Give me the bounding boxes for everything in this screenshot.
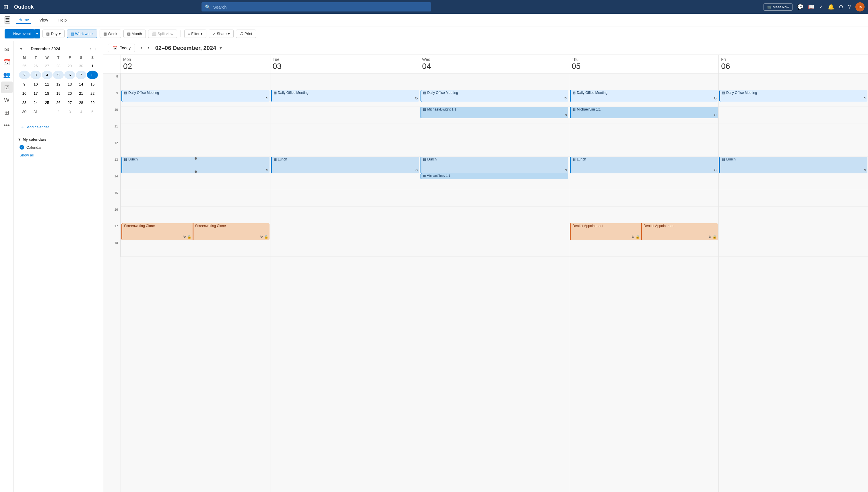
mini-cal-day[interactable]: 26 bbox=[30, 62, 41, 70]
slot-tue-14[interactable] bbox=[270, 173, 420, 190]
mini-cal-day[interactable]: 26 bbox=[53, 98, 64, 107]
slot-wed-16[interactable] bbox=[420, 207, 569, 223]
slot-mon-18[interactable] bbox=[121, 240, 270, 256]
cal-next-button[interactable]: › bbox=[146, 44, 152, 52]
mini-cal-title[interactable]: December 2024 bbox=[31, 47, 88, 51]
new-event-button[interactable]: ＋ New event bbox=[5, 29, 34, 39]
event-screenwriting-mon1[interactable]: Screenwriting Clone ↻ 🔒 bbox=[121, 223, 193, 240]
mini-cal-day[interactable]: 11 bbox=[42, 80, 52, 89]
event-dentist-thu2[interactable]: Dentist Appointment ↻ 🔒 bbox=[641, 223, 718, 240]
mini-cal-day[interactable]: 4 bbox=[76, 107, 87, 116]
slot-tue-16[interactable] bbox=[270, 207, 420, 223]
event-lunch-tue[interactable]: ▦ Lunch ↻ bbox=[271, 157, 419, 173]
slot-tue-18[interactable] bbox=[270, 240, 420, 256]
notifications-icon[interactable]: 🔔 bbox=[828, 4, 834, 10]
mini-cal-day[interactable]: 1 bbox=[42, 107, 52, 116]
slot-fri-11[interactable] bbox=[719, 123, 868, 140]
event-michael-dwight[interactable]: ▦ Michael/Dwight 1:1 ↻ bbox=[421, 107, 569, 118]
slot-tue-17[interactable] bbox=[270, 223, 420, 240]
slot-tue-8[interactable] bbox=[270, 73, 420, 90]
calendar-check[interactable]: ✓ bbox=[20, 145, 24, 150]
event-dentist-thu1[interactable]: Dentist Appointment ↻ 🔒 bbox=[570, 223, 641, 240]
mini-cal-day[interactable]: 20 bbox=[64, 89, 75, 98]
mini-cal-prev[interactable]: ↑ bbox=[88, 46, 93, 52]
slot-fri-15[interactable] bbox=[719, 190, 868, 207]
nav-people[interactable]: 👥 bbox=[1, 69, 13, 80]
mini-cal-day[interactable]: 25 bbox=[19, 62, 30, 70]
mini-cal-day[interactable]: 13 bbox=[64, 80, 75, 89]
nav-mail[interactable]: ✉ bbox=[1, 44, 13, 55]
slot-mon-12[interactable] bbox=[121, 140, 270, 157]
mini-cal-day[interactable]: 3 bbox=[30, 71, 41, 79]
event-lunch-mon[interactable]: ▦ Lunch ↻ bbox=[121, 157, 270, 173]
slot-fri-8[interactable] bbox=[719, 73, 868, 90]
slot-fri-12[interactable] bbox=[719, 140, 868, 157]
slot-wed-12[interactable] bbox=[420, 140, 569, 157]
event-daily-office-thu[interactable]: ▦ Daily Office Meeting ↻ bbox=[570, 90, 718, 102]
settings-icon[interactable]: ⚙ bbox=[839, 4, 843, 10]
event-daily-office-fri[interactable]: ▦ Daily Office Meeting ↻ bbox=[719, 90, 867, 102]
slot-fri-10[interactable] bbox=[719, 107, 868, 123]
immersive-reader-icon[interactable]: 📖 bbox=[808, 4, 814, 10]
mini-cal-day[interactable]: 25 bbox=[42, 98, 52, 107]
show-all-button[interactable]: Show all bbox=[18, 152, 98, 158]
mini-cal-day[interactable]: 2 bbox=[53, 107, 64, 116]
mini-cal-day[interactable]: 28 bbox=[53, 62, 64, 70]
mini-cal-day[interactable]: 30 bbox=[19, 107, 30, 116]
slot-wed-18[interactable] bbox=[420, 240, 569, 256]
nav-calendar-active[interactable]: ☑ bbox=[1, 81, 13, 93]
mini-cal-day[interactable]: 7 bbox=[76, 71, 87, 79]
mini-cal-day[interactable]: 22 bbox=[87, 89, 98, 98]
slot-mon-11[interactable] bbox=[121, 123, 270, 140]
cal-date-dropdown-button[interactable]: ▾ bbox=[220, 45, 222, 51]
slot-tue-15[interactable] bbox=[270, 190, 420, 207]
apps-icon[interactable]: ⊞ bbox=[3, 3, 8, 10]
slot-wed-11[interactable] bbox=[420, 123, 569, 140]
event-daily-office-mon[interactable]: ▦ Daily Office Meeting ↻ bbox=[121, 90, 270, 102]
mini-cal-day[interactable]: 31 bbox=[30, 107, 41, 116]
mini-cal-day[interactable]: 16 bbox=[19, 89, 30, 98]
slot-thu-18[interactable] bbox=[569, 240, 718, 256]
nav-apps[interactable]: ⊞ bbox=[1, 107, 13, 118]
slot-thu-16[interactable] bbox=[569, 207, 718, 223]
my-calendars-header[interactable]: ▾ My calendars bbox=[18, 137, 98, 142]
event-screenwriting-mon2[interactable]: Screenwriting Clone ↻ 🔒 bbox=[193, 223, 270, 240]
slot-thu-8[interactable] bbox=[569, 73, 718, 90]
slot-fri-18[interactable] bbox=[719, 240, 868, 256]
to-do-icon[interactable]: ✓ bbox=[819, 4, 823, 10]
mini-cal-day[interactable]: 23 bbox=[19, 98, 30, 107]
slot-mon-10[interactable] bbox=[121, 107, 270, 123]
mini-cal-day[interactable]: 6 bbox=[64, 71, 75, 79]
add-calendar-button[interactable]: ＋ Add calendar bbox=[18, 121, 98, 132]
mini-cal-day[interactable]: 3 bbox=[64, 107, 75, 116]
mini-cal-day[interactable]: 27 bbox=[64, 98, 75, 107]
slot-wed-8[interactable] bbox=[420, 73, 569, 90]
help-icon[interactable]: ? bbox=[848, 4, 851, 10]
mini-cal-day[interactable]: 15 bbox=[87, 80, 98, 89]
drag-handle-top[interactable] bbox=[195, 157, 197, 159]
mini-cal-day[interactable]: 18 bbox=[42, 89, 52, 98]
cal-prev-button[interactable]: ‹ bbox=[138, 44, 144, 52]
event-lunch-fri[interactable]: ▦ Lunch ↻ bbox=[719, 157, 867, 173]
print-button[interactable]: 🖨 Print bbox=[236, 29, 256, 38]
mini-cal-today[interactable]: 8 bbox=[87, 71, 98, 79]
mini-cal-day[interactable]: 24 bbox=[30, 98, 41, 107]
event-daily-office-tue[interactable]: ▦ Daily Office Meeting ↻ bbox=[271, 90, 419, 102]
mini-cal-day[interactable]: 9 bbox=[19, 80, 30, 89]
slot-fri-17[interactable] bbox=[719, 223, 868, 240]
slot-tue-12[interactable] bbox=[270, 140, 420, 157]
split-view-button[interactable]: ⬜ Split view bbox=[148, 29, 177, 38]
menu-help[interactable]: Help bbox=[56, 17, 69, 24]
week-view-button[interactable]: ▦ Week bbox=[100, 29, 121, 38]
event-michael-jim[interactable]: ▦ Michael/Jim 1:1 ↻ bbox=[570, 107, 718, 118]
slot-mon-15[interactable] bbox=[121, 190, 270, 207]
mini-cal-day[interactable]: 29 bbox=[64, 62, 75, 70]
mini-cal-day[interactable]: 21 bbox=[76, 89, 87, 98]
slot-fri-14[interactable] bbox=[719, 173, 868, 190]
work-week-view-button[interactable]: ▦ Work week bbox=[67, 29, 97, 38]
nav-calendar[interactable]: 📅 bbox=[1, 56, 13, 68]
feedback-icon[interactable]: 💬 bbox=[797, 4, 803, 10]
menu-home[interactable]: Home bbox=[16, 16, 31, 24]
nav-word[interactable]: W bbox=[1, 94, 13, 106]
slot-thu-14[interactable] bbox=[569, 173, 718, 190]
